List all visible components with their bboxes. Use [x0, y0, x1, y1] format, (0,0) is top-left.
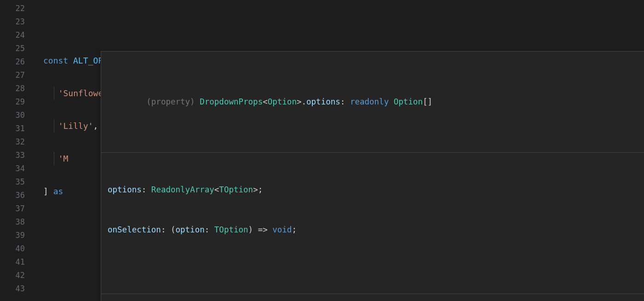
line-number-gutter: 22 23 24 25 26 27 28 29 30 31 32 33 34 3…	[0, 0, 33, 301]
hover-error-message: Type 'readonly ["Sunflower", "Lilly", "M…	[101, 294, 644, 301]
hover-typedef: options: ReadonlyArray<TOption>; onSelec…	[101, 152, 644, 267]
line-number: 38	[0, 215, 33, 229]
line-number: 33	[0, 149, 33, 162]
code-line[interactable]	[43, 21, 644, 35]
line-number: 24	[0, 29, 33, 42]
hover-tooltip[interactable]: (property) DropdownProps<Option>.options…	[101, 51, 644, 301]
code-area[interactable]: const ALT_OPTIONS = [ 'Sunflower', 'Lill…	[33, 0, 644, 301]
hover-signature: (property) DropdownProps<Option>.options…	[101, 78, 644, 126]
line-number: 29	[0, 95, 33, 109]
code-editor: 22 23 24 25 26 27 28 29 30 31 32 33 34 3…	[0, 0, 644, 301]
line-number: 28	[0, 82, 33, 95]
line-number: 43	[0, 282, 33, 295]
line-number: 25	[0, 42, 33, 55]
line-number: 39	[0, 229, 33, 242]
line-number: 30	[0, 109, 33, 122]
line-number: 40	[0, 242, 33, 255]
line-number: 31	[0, 122, 33, 135]
line-number: 23	[0, 15, 33, 29]
line-number: 34	[0, 162, 33, 175]
line-number: 32	[0, 135, 33, 149]
line-number: 41	[0, 255, 33, 269]
line-number: 42	[0, 269, 33, 282]
line-number: 35	[0, 175, 33, 189]
line-number: 37	[0, 202, 33, 215]
line-number: 22	[0, 2, 33, 15]
line-number: 26	[0, 55, 33, 69]
line-number: 36	[0, 189, 33, 202]
line-number: 27	[0, 69, 33, 82]
